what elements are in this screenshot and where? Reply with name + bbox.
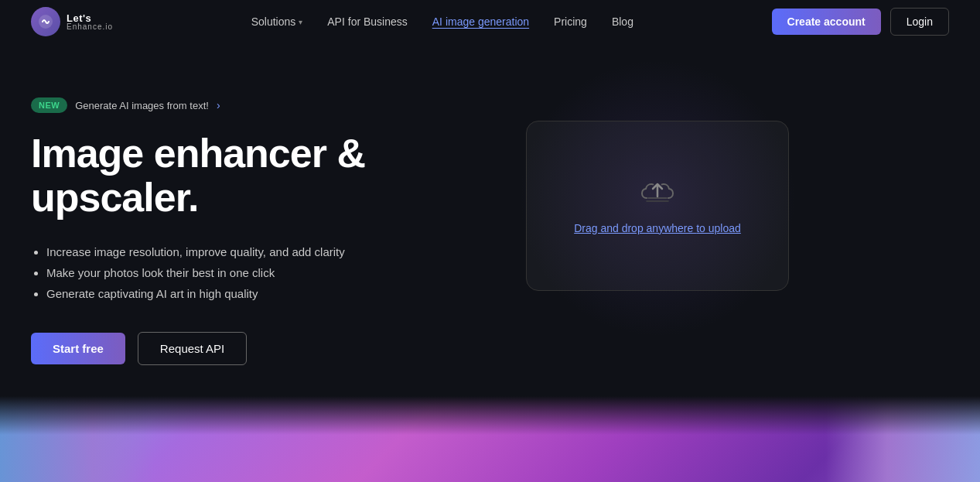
logo-top: Let's: [67, 13, 113, 23]
nav-solutions[interactable]: Solutions ▾: [251, 15, 303, 28]
nav-blog[interactable]: Blog: [612, 15, 633, 28]
nav-pricing[interactable]: Pricing: [554, 15, 587, 28]
new-badge: NEW: [31, 97, 67, 113]
hero-section: NEW Generate AI images from text! › Imag…: [0, 43, 980, 396]
nav-api-business[interactable]: API for Business: [327, 15, 408, 28]
hero-left: NEW Generate AI images from text! › Imag…: [31, 90, 464, 365]
preview-fade-top: [0, 396, 980, 435]
upload-cloud-icon: [640, 178, 674, 213]
hero-title: Image enhancer & upscaler.: [31, 132, 464, 220]
badge-description: Generate AI images from text!: [75, 100, 209, 111]
create-account-button[interactable]: Create account: [772, 9, 881, 35]
bullet-1: Increase image resolution, improve quali…: [46, 241, 464, 262]
chevron-down-icon: ▾: [299, 18, 302, 26]
bullet-3: Generate captivating AI art in high qual…: [46, 283, 464, 304]
nav-links: Solutions ▾ API for Business AI image ge…: [251, 15, 633, 28]
request-api-button[interactable]: Request API: [138, 332, 247, 365]
nav-actions: Create account Login: [772, 8, 949, 36]
hero-cta-row: Start free Request API: [31, 332, 464, 365]
navbar: Let's Enhance.io Solutions ▾ API for Bus…: [0, 0, 980, 43]
start-free-button[interactable]: Start free: [31, 333, 125, 364]
new-badge-row: NEW Generate AI images from text! ›: [31, 97, 464, 113]
upload-link[interactable]: to upload: [696, 222, 741, 234]
bottom-preview: [0, 396, 980, 482]
logo-text: Let's Enhance.io: [67, 13, 113, 31]
logo-bottom: Enhance.io: [67, 23, 113, 31]
logo-icon: [31, 7, 60, 36]
badge-arrow-icon: ›: [217, 99, 220, 111]
upload-dropzone[interactable]: Drag and drop anywhere to upload: [526, 121, 789, 291]
hero-right: Drag and drop anywhere to upload: [495, 90, 820, 291]
drag-drop-text: Drag and drop anywhere to upload: [574, 222, 741, 234]
nav-ai-image-generation[interactable]: AI image generation: [432, 15, 529, 28]
hero-bullets: Increase image resolution, improve quali…: [31, 241, 464, 304]
bullet-2: Make your photos look their best in one …: [46, 262, 464, 283]
login-button[interactable]: Login: [890, 8, 949, 36]
logo[interactable]: Let's Enhance.io: [31, 7, 113, 36]
